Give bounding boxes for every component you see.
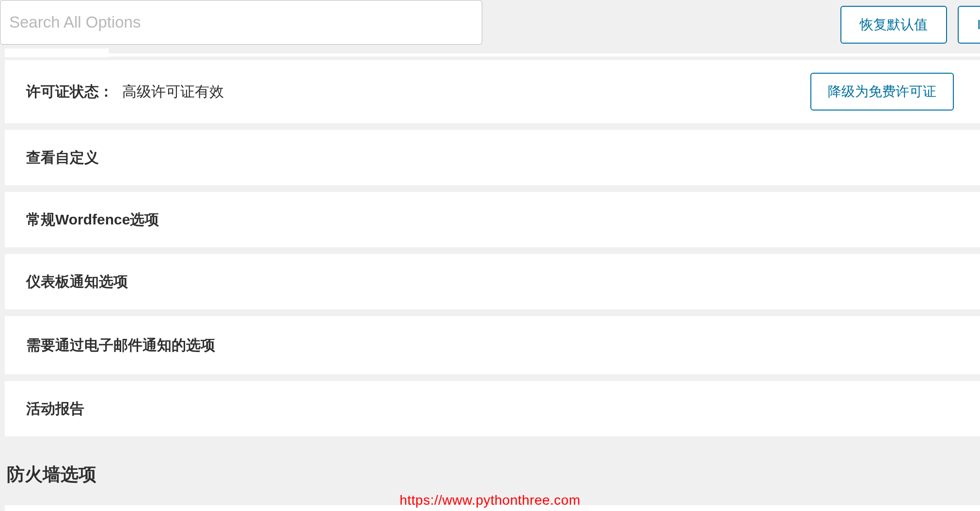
active-tab-remnant [5,48,109,57]
license-status-label: 许可证状态： [26,82,113,102]
license-left: 许可证状态： 高级许可证有效 [26,82,224,102]
license-row: 许可证状态： 高级许可证有效 降级为免费许可证 [5,60,980,123]
panel-label: 查看自定义 [26,148,99,168]
search-wrap [0,0,482,45]
content-area: 许可证状态： 高级许可证有效 降级为免费许可证 查看自定义 常规Wordfenc… [0,60,980,511]
partial-button[interactable]: I [958,6,980,44]
panel-label: 需要通过电子邮件通知的选项 [26,335,215,355]
panel-activity-report[interactable]: 活动报告 [5,381,980,436]
panel-general-wordfence-options[interactable]: 常规Wordfence选项 [5,192,980,247]
panel-label: 常规Wordfence选项 [26,210,159,230]
tab-strip [109,53,980,57]
downgrade-license-button[interactable]: 降级为免费许可证 [810,73,954,111]
panel-label: 仪表板通知选项 [26,272,128,292]
panel-view-customizations[interactable]: 查看自定义 [5,130,980,185]
license-status-value: 高级许可证有效 [122,82,224,102]
top-bar: 恢复默认值 I [0,0,980,48]
panel-dashboard-notification-options[interactable]: 仪表板通知选项 [5,254,980,309]
panel-label: 活动报告 [26,399,84,419]
firewall-options-heading: 防火墙选项 [5,436,980,498]
watermark-url: https://www.pythonthree.com [399,493,580,508]
top-buttons: 恢复默认值 I [840,6,980,44]
panel-email-alert-preferences[interactable]: 需要通过电子邮件通知的选项 [5,316,980,374]
search-input[interactable] [0,0,482,45]
restore-defaults-button[interactable]: 恢复默认值 [840,6,947,44]
